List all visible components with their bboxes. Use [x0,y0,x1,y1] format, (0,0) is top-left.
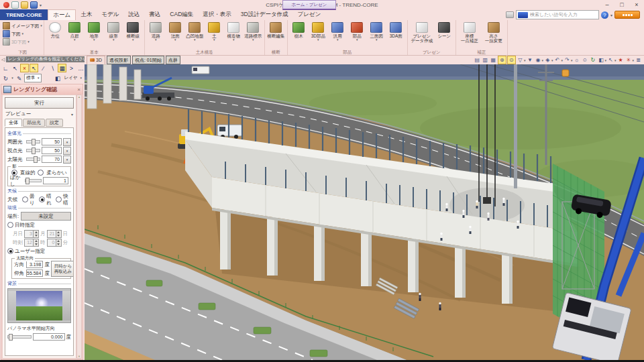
run-button[interactable]: 実行 [5,97,74,109]
line-draw-icon[interactable]: ∕ [39,64,48,72]
support-button[interactable] [614,11,640,19]
maximize-button[interactable]: □ [614,1,629,9]
elevation-value[interactable]: 55.584 [26,269,43,277]
marker2-icon[interactable]: ✳ [625,56,632,64]
ribbon-item-terrain[interactable]: 地形▾ [85,21,104,42]
ribbon-item-structure[interactable]: 構造物▾ [224,21,244,42]
ribbon-item-underlay[interactable]: 下図▾ [3,30,23,38]
background-preview[interactable] [7,288,71,323]
ribbon-item-coord-correction[interactable]: 座標 一点補正 [458,21,482,43]
blur-slider[interactable] [25,179,42,182]
help-icon[interactable]: ? [601,11,608,19]
ribbon-item-soil[interactable]: 土▾ [205,21,224,42]
ribbon-item-generic[interactable]: 汎用▾ [328,21,347,42]
tab-export[interactable]: 書込 [144,9,165,20]
line-draw2-icon[interactable]: ∖ [48,64,57,72]
ribbon-item-cross-section-line[interactable]: 横断線▾ [123,21,143,42]
expand-icon[interactable]: > [67,64,76,72]
blur-value[interactable]: 1 [43,177,68,184]
scene-3d[interactable] [85,64,644,360]
rotate-dropdown-icon[interactable]: ▾ [11,74,14,82]
panel-tab-part-light[interactable]: 部品光 [23,119,45,127]
tab-import[interactable]: 読込 [123,9,144,20]
ribbon-item-scene[interactable]: シーン [435,21,454,38]
ribbon-item-3d-underlay[interactable]: 3D下図▾ [3,38,30,46]
shadow-sharp-radio[interactable] [11,170,17,176]
ribbon-item-3da-surface[interactable]: 3DA面 [386,21,406,38]
minimize-button[interactable]: – [600,1,614,9]
viewport-tab-3d[interactable]: 3D [87,56,105,65]
sun-light-slider[interactable] [26,158,40,161]
new-file-icon[interactable] [11,1,19,9]
panel-close-icon[interactable]: × [77,86,80,93]
ribbon-item-road[interactable]: 道路▾ [146,21,166,42]
axis-icon[interactable]: ∟ [1,64,10,72]
viewpoint-button[interactable]: 視点: 01開始 [132,56,164,64]
cursor-icon[interactable]: ↖ [607,56,614,64]
tab-trend-core[interactable]: TREND-CORE [0,9,48,20]
ribbon-item-three-view[interactable]: 三面図▾ [367,21,386,42]
marker-icon[interactable]: ★ [616,56,624,64]
ribbon-item-alignment[interactable]: 線形▾ [104,21,123,42]
sun-light-combo[interactable]: ▾ [63,156,71,164]
select-arrow-icon[interactable]: ↖ [11,64,19,72]
preview-collapse-icon[interactable]: ▾ [71,112,73,117]
help-dropdown-icon[interactable]: ▾ [610,13,612,17]
eyedropper-icon[interactable]: ✎ [15,74,23,82]
ambient-light-slider[interactable] [26,140,40,143]
paint-icon[interactable]: ◧ [597,56,604,64]
ribbon-item-height-change[interactable]: 高さ 一括変更 [482,21,506,43]
reload-from-datetime-button[interactable]: 日時から 再取込み [51,261,74,277]
hour-spinner[interactable]: 12 [24,239,39,247]
tab-presentation[interactable]: プレゼン [293,9,326,20]
perspective-button[interactable]: 透視投影 [107,56,131,64]
panel-tab-overall[interactable]: 全体 [5,119,22,127]
view-light-value[interactable]: 50 [42,147,62,154]
tab-3d-design-data[interactable]: 3D設計データ作成 [236,9,293,20]
view-globe-icon[interactable]: ◉ [534,56,541,64]
tab-select-display[interactable]: 選択・表示 [198,9,236,20]
tab-home[interactable]: ホーム [48,9,76,20]
zoom-in-icon[interactable]: ⊕ [498,56,506,64]
ribbon-item-presentation-data[interactable]: プレゼン データ作成 [409,21,435,43]
month-spinner[interactable]: 3 [24,230,39,238]
tools-icon[interactable]: ◈ [544,56,551,64]
zoom-window-icon[interactable]: ⊙ [507,56,516,64]
save-icon[interactable] [30,1,38,9]
weather-clear-radio[interactable] [56,196,62,202]
ribbon-item-point-cloud[interactable]: 点群▾ [65,21,85,42]
layer-select[interactable]: レイヤ▾ [63,74,83,82]
weather-cloudy-radio[interactable] [22,196,28,202]
direction-value[interactable]: 3.198 [26,261,43,268]
ambient-light-value[interactable]: 50 [42,138,62,145]
filter-settings-icon[interactable]: ▼ [526,56,533,64]
ribbon-item-uneven-ground[interactable]: 凸凹地盤▾ [185,21,205,42]
ribbon-item-road-marking[interactable]: 道路標示▾ [244,21,263,42]
tab-model[interactable]: モデル [97,9,123,20]
light-icon[interactable]: ☼ [573,56,580,64]
filter-icon[interactable]: ▽ [517,56,524,64]
shadow-soft-radio[interactable] [38,170,44,176]
open-file-icon[interactable] [21,1,28,9]
close-button[interactable]: × [629,1,644,9]
user-specified-radio[interactable] [7,248,13,254]
grid-snap-icon[interactable]: ▦ [58,64,66,72]
day-spinner[interactable]: 21 [47,230,62,238]
view-light-combo[interactable]: ▾ [63,147,71,155]
panorama-slider[interactable] [7,335,32,339]
datetime-radio[interactable] [7,222,13,228]
ribbon-item-image-underlay[interactable]: イメージ下図▾ [3,22,42,29]
layout-split-v-icon[interactable]: ▥ [482,56,489,64]
ribbon-item-3d-parts[interactable]: 3D部品▾ [309,21,328,42]
ribbon-item-tree[interactable]: 樹木 [289,21,309,38]
tab-cad-edit[interactable]: CAD編集 [165,9,198,20]
ribbon-item-cross-section-edit[interactable]: 横断編集 [266,21,286,38]
point-cloud-button[interactable]: 点群 [166,56,180,64]
style-select[interactable]: 標準▾ [24,74,42,82]
panel-tab-settings[interactable]: 設定 [46,119,63,127]
ambient-light-combo[interactable]: ▾ [63,138,71,146]
measure-icon[interactable]: ≣ [635,56,642,64]
ribbon-item-compass[interactable]: 方位 [46,21,65,38]
refresh-icon[interactable]: ↻ [589,56,596,64]
search-input[interactable]: 検索したい語句を入力 [516,10,599,19]
